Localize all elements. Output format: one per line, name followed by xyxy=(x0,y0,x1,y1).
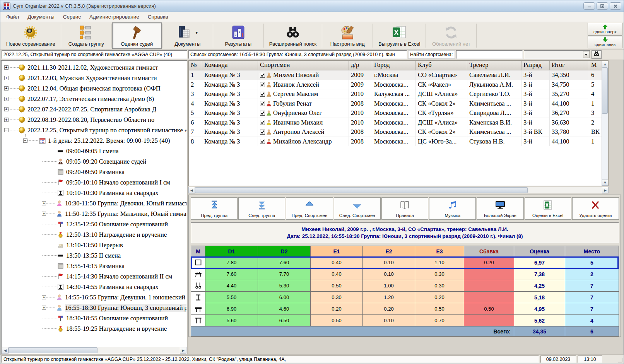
tree-expander-plus[interactable]: + xyxy=(42,201,46,205)
tree-item[interactable]: +2022.07.24-2022.07.25, Спортивная Аэроб… xyxy=(2,104,186,114)
athlete-cell[interactable]: Команда № 3 xyxy=(202,137,258,147)
score-cell[interactable]: 0.30 xyxy=(311,292,362,303)
athlete-checkbox[interactable] xyxy=(260,111,265,116)
toolbar-button-judges-scores[interactable]: Оценки судей xyxy=(112,22,162,49)
tree-item[interactable]: +2022.08.19-2022.08.20, Первенство Облас… xyxy=(2,114,186,125)
athlete-horizontal-scrollbar[interactable]: ◀ ▶ xyxy=(188,187,609,193)
athlete-cell[interactable]: 34,750 xyxy=(550,80,589,90)
close-button[interactable] xyxy=(610,2,621,10)
athlete-cell[interactable]: 6 xyxy=(189,118,202,128)
tree-item[interactable]: 18:55-19:25 Награждение и вручение xyxy=(2,323,186,334)
athlete-cell[interactable]: 4 xyxy=(189,99,202,109)
tree-item[interactable]: 18:30-18:55 Окончание соревнований xyxy=(2,313,186,323)
menu-item-2[interactable]: Сервис xyxy=(59,12,85,21)
score-cell[interactable]: 0.20 xyxy=(415,292,464,303)
athlete-cell[interactable]: Каменская В.И. xyxy=(467,118,521,128)
athlete-cell[interactable]: Московска... xyxy=(372,137,416,147)
scroll-right-icon[interactable]: ▶ xyxy=(180,347,186,354)
athlete-cell[interactable]: СК «Факел» xyxy=(416,80,467,90)
athlete-vscroll-thumb[interactable] xyxy=(602,67,608,114)
athlete-checkbox[interactable] xyxy=(260,130,265,135)
score-cell[interactable]: 4.40 xyxy=(205,280,258,291)
tree-item[interactable]: 14:15-14:30 Начало соревнований II см xyxy=(2,271,186,282)
tree-item[interactable]: −1-й день: 25.12.2022. Время: 09:00-19:2… xyxy=(2,135,186,146)
score-button-prev-athlete[interactable]: Пред. Спортсмен xyxy=(286,197,333,220)
athlete-cell[interactable]: Савельева Л.И. xyxy=(467,70,521,80)
score-total-cell[interactable]: 5,18 xyxy=(514,292,565,303)
athlete-cell[interactable]: Стукова Н.В. xyxy=(467,137,521,147)
tree-item[interactable]: 09:50-10:10 Начало соревнований I см xyxy=(2,177,186,188)
tree-item[interactable]: 09:20-09:50 Разминка xyxy=(2,167,186,177)
toolbar-button-results[interactable]: 21Результаты xyxy=(214,22,263,49)
score-cell[interactable]: 0.50 xyxy=(311,280,362,291)
score-cell[interactable]: 1.10 xyxy=(415,257,464,268)
athlete-cell[interactable]: 3-й xyxy=(521,70,550,80)
tree-item[interactable]: +2021.12.03, Мужская Художественная гимн… xyxy=(2,73,186,83)
score-cell[interactable]: 7.60 xyxy=(258,257,310,268)
athlete-vertical-scrollbar[interactable]: ▲ ▼ xyxy=(602,61,608,186)
menu-item-4[interactable]: Справка xyxy=(144,12,173,21)
athlete-cell[interactable]: ЦС «Юго-За... xyxy=(416,137,467,147)
score-cell[interactable]: 0.30 xyxy=(415,268,464,280)
athlete-cell[interactable]: ДСШ «Алиса» xyxy=(416,89,467,99)
athlete-cell[interactable]: г.Москва xyxy=(372,70,416,80)
resize-grip[interactable] xyxy=(617,357,623,363)
score-button-music-note[interactable]: Музыка xyxy=(429,197,476,220)
athlete-cell[interactable]: Московска... xyxy=(372,118,416,128)
score-cell[interactable] xyxy=(464,315,514,326)
toolbar-button-documents[interactable]: ▼Документы xyxy=(163,22,212,49)
tree-item[interactable]: 14:30-14:55 Разминка на снарядах xyxy=(2,282,186,292)
athlete-cell[interactable]: Климентьева ... xyxy=(467,99,521,109)
score-cell[interactable] xyxy=(464,292,514,303)
tree-expander-plus[interactable]: + xyxy=(4,97,9,101)
athlete-cell[interactable]: Московска... xyxy=(372,108,416,118)
athlete-cell[interactable]: 2 xyxy=(589,118,602,128)
athlete-cell[interactable]: 1 xyxy=(189,70,202,80)
score-cell[interactable]: 5.60 xyxy=(205,315,258,326)
athlete-cell[interactable]: 36,630 xyxy=(550,118,589,128)
athlete-cell[interactable]: 44,100 xyxy=(550,99,589,109)
score-cell[interactable] xyxy=(464,280,514,291)
athlete-cell[interactable]: СО «Спартак» xyxy=(416,70,467,80)
tree-item[interactable]: 09:05-09:20 Совещание судей xyxy=(2,156,186,167)
score-total-cell[interactable]: 4,95 xyxy=(514,303,565,314)
tree-item[interactable]: +2021.11.30-2021.12.02, Художественная г… xyxy=(2,62,186,73)
athlete-cell[interactable]: 4 xyxy=(589,89,602,99)
tree-expander-plus[interactable]: + xyxy=(4,107,9,111)
athlete-cell[interactable]: 2 xyxy=(189,80,202,90)
athlete-cell[interactable]: ДСШ «Алиса» xyxy=(416,118,467,128)
athlete-cell[interactable]: 5 xyxy=(589,80,602,90)
find-athlete-button[interactable] xyxy=(592,50,602,59)
score-cell[interactable]: 0.20 xyxy=(464,257,514,268)
athlete-cell[interactable]: Московска... xyxy=(372,99,416,109)
athlete-cell[interactable]: 2010 xyxy=(349,108,372,118)
athlete-checkbox[interactable] xyxy=(260,120,265,125)
score-cell[interactable]: 0.20 xyxy=(363,303,415,314)
scroll-up-icon[interactable]: ▲ xyxy=(602,61,608,67)
athlete-cell[interactable]: 35,270 xyxy=(550,89,589,99)
athlete-checkbox[interactable] xyxy=(260,82,265,87)
score-button-excel-scores[interactable]: Оценки в Excel xyxy=(525,197,571,220)
menu-item-3[interactable]: Администрирование xyxy=(85,12,144,21)
score-cell[interactable]: 1.00 xyxy=(363,280,415,291)
score-cell[interactable]: 0.10 xyxy=(363,257,415,268)
athlete-cell[interactable]: СК «Турлян» xyxy=(416,108,467,118)
tree-item[interactable]: +2022.07.17, Эстетическая гимнастика Дем… xyxy=(2,94,186,104)
score-total-cell[interactable]: 7,38 xyxy=(514,268,565,280)
menu-item-1[interactable]: Документы xyxy=(23,12,59,21)
athlete-cell[interactable]: Сергеев Максим xyxy=(258,89,349,99)
toolbar-button-advanced-search[interactable]: Расширенный поиск xyxy=(264,22,321,49)
score-button-rules-book[interactable]: Правила xyxy=(381,197,428,220)
athlete-cell[interactable]: 2008 xyxy=(349,127,372,137)
athlete-cell[interactable]: 3-й xyxy=(521,89,550,99)
score-cell[interactable]: 6.50 xyxy=(258,315,310,326)
athlete-cell[interactable]: Иванюк Алексей xyxy=(258,80,349,90)
score-cell[interactable]: 7.60 xyxy=(205,268,258,280)
tree-expander-plus[interactable]: + xyxy=(42,295,46,299)
toolbar-button-arrow-down-green[interactable]: сдвиг вниз xyxy=(588,36,622,49)
athlete-cell[interactable]: 3-й ВК xyxy=(521,127,550,137)
athlete-hscroll-thumb[interactable] xyxy=(195,187,528,193)
score-cell[interactable]: 0.50 xyxy=(311,315,362,326)
title-bar[interactable]: Gym Organizer 2022 v GR.3.5.8 (Зарегистр… xyxy=(0,0,624,12)
athlete-cell[interactable]: 3-й xyxy=(521,108,550,118)
